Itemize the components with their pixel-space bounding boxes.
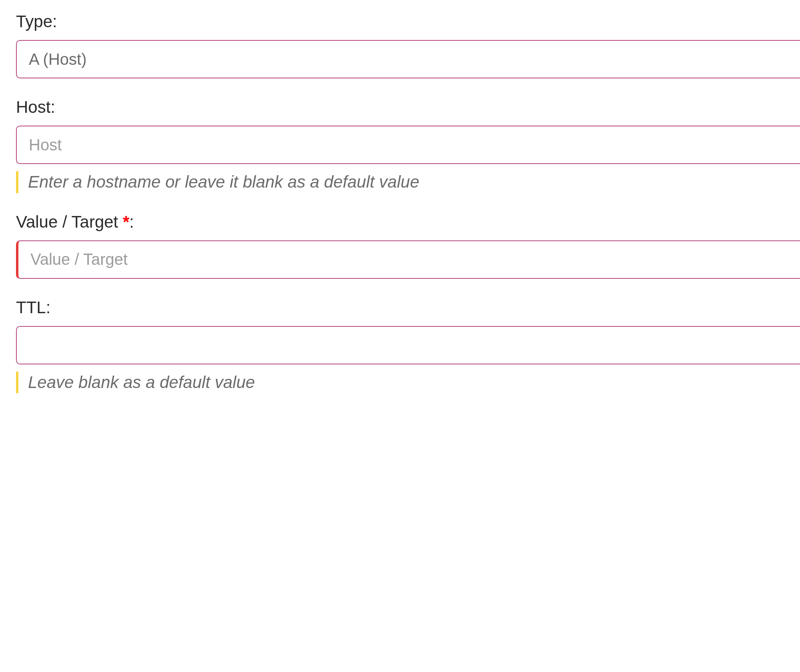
type-select[interactable]: A (Host)	[16, 40, 800, 78]
value-target-label-suffix: :	[129, 212, 134, 231]
host-field-group: Host: Enter a hostname or leave it blank…	[16, 98, 800, 193]
host-hint: Enter a hostname or leave it blank as a …	[16, 171, 800, 193]
type-field-group: Type: A (Host)	[16, 12, 800, 78]
required-asterisk: *	[123, 212, 129, 231]
ttl-hint: Leave blank as a default value	[16, 372, 800, 394]
host-input[interactable]	[16, 126, 800, 164]
type-label: Type:	[16, 12, 800, 31]
ttl-field-group: TTL: Leave blank as a default value	[16, 298, 800, 394]
ttl-label: TTL:	[16, 298, 800, 317]
ttl-input[interactable]	[16, 326, 800, 364]
value-target-input[interactable]	[16, 240, 800, 279]
value-target-label: Value / Target *:	[16, 212, 800, 232]
value-target-label-text: Value / Target	[16, 212, 123, 231]
value-target-field-group: Value / Target *:	[16, 212, 800, 279]
type-select-value: A (Host)	[29, 50, 86, 68]
host-label: Host:	[16, 98, 800, 117]
